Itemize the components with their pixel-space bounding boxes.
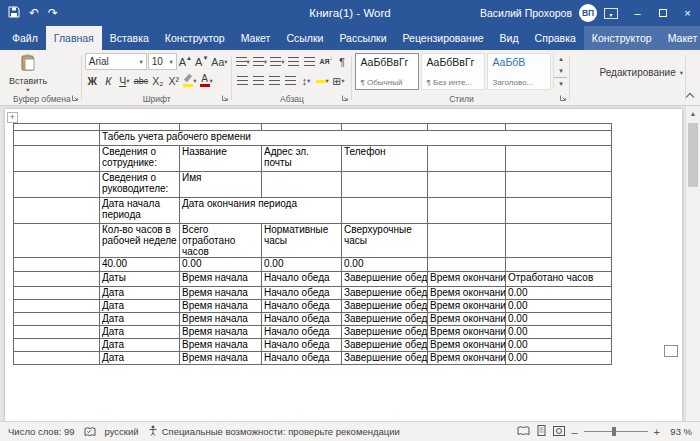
table-cell[interactable] [14, 313, 100, 326]
table-cell[interactable]: Время окончания [428, 272, 506, 287]
multilevel-list-button[interactable]: ▾ [269, 53, 285, 70]
table-cell[interactable]: 0.00 [180, 258, 262, 272]
tab-Макет[interactable]: Макет [233, 26, 279, 50]
table-cell[interactable] [506, 258, 612, 272]
tab-Главная[interactable]: Главная [46, 26, 102, 50]
tab-Справка[interactable]: Справка [527, 26, 584, 50]
table-cell[interactable] [14, 146, 100, 172]
underline-button[interactable]: Ч▾ [117, 72, 132, 89]
table-cell[interactable] [14, 198, 100, 224]
table-cell[interactable]: Время начала [180, 339, 262, 352]
table-cell[interactable]: 0.00 [506, 352, 612, 365]
table-cell[interactable] [262, 124, 342, 131]
table-move-handle[interactable]: + [7, 112, 18, 123]
table-cell[interactable]: 0.00 [506, 300, 612, 313]
table-cell[interactable]: Дата [100, 339, 180, 352]
shrink-font-button[interactable]: А▼ [194, 53, 209, 70]
redo-icon[interactable]: ↷ [48, 7, 58, 19]
change-case-button[interactable]: Аа▾ [210, 53, 228, 70]
shading-button[interactable]: ▾ [315, 72, 330, 89]
font-name-select[interactable]: Arial ▾ [85, 53, 147, 70]
table-cell[interactable]: Кол-во часов в рабочей неделе [100, 224, 180, 258]
document-page[interactable]: + Табель учета рабочего времениСведения … [5, 109, 682, 421]
table-cell[interactable]: Завершение обеда [342, 339, 428, 352]
superscript-button[interactable]: Х² [166, 72, 181, 89]
word-count[interactable]: Число слов: 99 [8, 426, 75, 437]
table-cell[interactable] [428, 172, 506, 198]
tab-Файл[interactable]: Файл [4, 26, 46, 50]
table-cell[interactable] [506, 124, 612, 131]
table-cell[interactable] [342, 172, 428, 198]
table-cell[interactable]: Время окончания [428, 326, 506, 339]
print-layout-view-icon[interactable] [536, 425, 547, 438]
table-cell[interactable] [428, 146, 506, 172]
sort-button[interactable]: АЯ↓ [318, 53, 333, 70]
table-cell[interactable]: Время начала [180, 287, 262, 300]
table-cell[interactable]: Время начала [180, 300, 262, 313]
minimize-button[interactable]: – [625, 0, 650, 26]
table-cell[interactable] [342, 198, 428, 224]
table-cell[interactable] [506, 172, 612, 198]
table-cell[interactable]: Завершение обеда [342, 352, 428, 365]
table-cell[interactable]: Начало обеда [262, 300, 342, 313]
table-cell[interactable] [428, 124, 506, 131]
table-cell[interactable]: Сведения о руководителе: [100, 172, 180, 198]
table-cell[interactable]: Сведения о сотруднике: [100, 146, 180, 172]
table-cell[interactable]: Время начала [180, 272, 262, 287]
justify-button[interactable] [283, 72, 298, 89]
table-cell[interactable] [180, 124, 262, 131]
language-status[interactable]: русский [105, 426, 139, 437]
numbering-button[interactable]: ▾ [252, 53, 268, 70]
bullets-button[interactable]: ▾ [235, 53, 251, 70]
table-cell[interactable]: Табель учета рабочего времени [100, 131, 612, 146]
tab-Рецензирование[interactable]: Рецензирование [395, 26, 492, 50]
table-cell[interactable]: Название [180, 146, 262, 172]
table-cell[interactable]: Телефон [342, 146, 428, 172]
table-cell[interactable]: 0.00 [342, 258, 428, 272]
table-cell[interactable] [506, 224, 612, 258]
undo-icon[interactable]: ↶ [29, 7, 39, 19]
pilcrow-button[interactable]: ¶ [334, 53, 349, 70]
maximize-button[interactable] [650, 0, 675, 26]
table-cell[interactable]: Сверхурочные часы [342, 224, 428, 258]
editing-button[interactable]: Редактирование ▾ [600, 67, 683, 78]
table-cell[interactable] [428, 198, 506, 224]
table-cell[interactable] [506, 198, 612, 224]
zoom-out-button[interactable]: – [571, 426, 577, 438]
scroll-up-icon[interactable]: ▲ [686, 106, 700, 120]
subscript-button[interactable]: Х₂ [150, 72, 165, 89]
paste-button[interactable]: Вставить ▾ [5, 52, 51, 93]
table-cell[interactable]: Время окончания [428, 339, 506, 352]
table-cell[interactable] [14, 287, 100, 300]
table-cell[interactable]: 0.00 [506, 326, 612, 339]
zoom-in-button[interactable]: + [654, 426, 660, 438]
table-cell[interactable]: Начало обеда [262, 313, 342, 326]
tab-Вид[interactable]: Вид [492, 26, 527, 50]
scrollbar-thumb[interactable] [688, 123, 698, 187]
zoom-slider[interactable] [584, 431, 648, 432]
table-cell[interactable] [14, 172, 100, 198]
table-cell[interactable]: Время начала [180, 326, 262, 339]
strikethrough-button[interactable]: abc [133, 72, 150, 89]
table-cell[interactable]: Начало обеда [262, 352, 342, 365]
read-mode-view-icon[interactable] [517, 426, 530, 438]
table-cell[interactable] [14, 272, 100, 287]
table-cell[interactable] [428, 224, 506, 258]
italic-button[interactable]: К [101, 72, 116, 89]
table-cell[interactable] [14, 339, 100, 352]
table-cell[interactable]: 0.00 [506, 287, 612, 300]
table-cell[interactable]: Дата [100, 352, 180, 365]
table-cell[interactable]: Время окончания [428, 352, 506, 365]
avatar[interactable]: ВП [579, 4, 597, 22]
grow-font-button[interactable]: А▲ [178, 53, 193, 70]
table-cell[interactable]: Адрес эл. почты [262, 146, 342, 172]
table-cell[interactable]: Начало обеда [262, 326, 342, 339]
table-cell[interactable]: Время начала [180, 352, 262, 365]
increase-indent-button[interactable] [302, 53, 317, 70]
table-cell[interactable]: Отработано часов [506, 272, 612, 287]
close-button[interactable]: × [675, 0, 700, 26]
user-name[interactable]: Василий Прохоров [480, 7, 572, 19]
table-cell[interactable]: Начало обеда [262, 287, 342, 300]
table-cell[interactable]: Дата окончания периода [180, 198, 342, 224]
dialog-launcher-icon[interactable] [221, 94, 229, 104]
